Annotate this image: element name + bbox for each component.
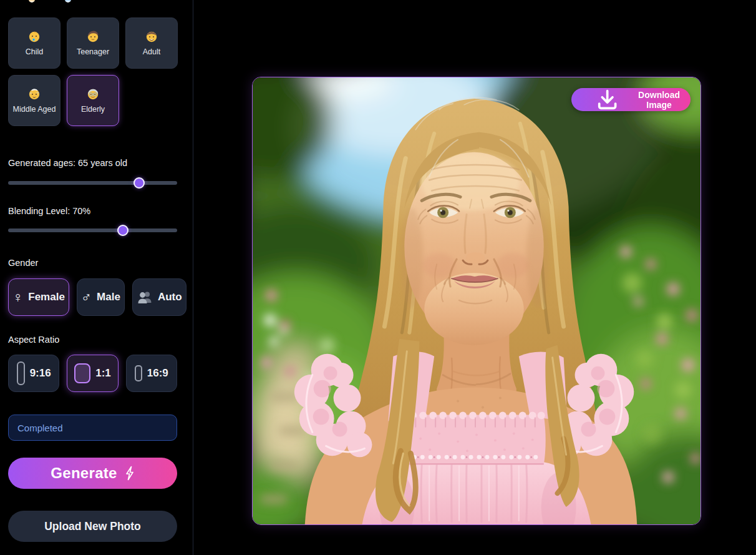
age-option-child[interactable]: Child [8,17,61,69]
sidebar: Child Teenager [0,0,193,555]
age-option-label: Child [26,47,44,57]
age-option-teenager[interactable]: Teenager [67,17,119,69]
female-sign-icon: ♀ [12,290,23,305]
man-emoji [145,29,158,43]
gender-option-label: Auto [158,291,182,303]
gender-option-label: Male [97,291,120,303]
generated-portrait-image [253,77,700,524]
generate-button-label: Generate [51,464,117,482]
aspect-option-9-16[interactable]: 9:16 [8,355,59,392]
baby-emoji [27,29,41,43]
gender-option-auto[interactable]: Auto [132,278,187,316]
landscape-ratio-icon [135,365,142,381]
age-option-label: Middle Aged [13,105,56,115]
gender-section-label: Gender [8,258,38,268]
square-ratio-icon [74,363,90,383]
download-button-label: Download Image [638,90,680,110]
aspect-option-label: 1:1 [95,367,111,380]
aspect-option-label: 9:16 [30,367,51,380]
older-person-emoji [27,87,41,101]
age-range-group: Child Teenager [8,17,178,126]
clipped-header [29,0,71,2]
blend-slider[interactable] [8,228,177,232]
age-option-adult[interactable]: Adult [125,17,178,69]
portrait-ratio-icon [17,361,25,385]
boy-emoji [86,29,100,43]
gender-option-label: Female [28,291,65,303]
age-slider-thumb[interactable] [133,177,145,189]
status-text: Completed [17,423,63,433]
gender-option-male[interactable]: ♂ Male [77,278,125,316]
app-root: Child Teenager [0,0,756,555]
gender-option-female[interactable]: ♀ Female [8,278,69,316]
age-option-label: Adult [143,47,161,57]
clipped-header-icon [29,0,35,2]
blend-slider-label: Blending Level: 70% [8,206,90,216]
blend-slider-thumb[interactable] [117,225,128,236]
people-silhouette-icon [137,290,153,304]
generate-button[interactable]: Generate [8,458,177,489]
aspect-ratio-group: 9:16 1:1 16:9 [8,355,177,392]
download-image-button[interactable]: Download Image [571,88,691,111]
age-option-label: Teenager [77,47,109,57]
age-slider[interactable] [8,181,177,185]
generated-image-card: Download Image [252,77,701,525]
aspect-option-16-9[interactable]: 16:9 [126,355,177,392]
age-option-middle-aged[interactable]: Middle Aged [8,75,61,126]
status-box: Completed [8,415,177,441]
download-icon [582,88,632,111]
main-area: Download Image [193,0,756,555]
aspect-option-label: 16:9 [147,367,168,380]
upload-new-photo-button[interactable]: Upload New Photo [8,511,177,542]
upload-button-label: Upload New Photo [44,520,141,533]
aspect-option-1-1[interactable]: 1:1 [67,355,118,392]
age-option-label: Elderly [81,105,105,115]
age-option-elderly[interactable]: Elderly [67,75,119,126]
lightning-bolt-icon [125,466,135,481]
aspect-ratio-section-label: Aspect Ratio [8,335,59,345]
male-sign-icon: ♂ [81,290,92,305]
old-woman-emoji [86,87,100,101]
age-slider-label: Generated ages: 65 years old [8,158,127,168]
clipped-header-icon [65,0,71,2]
gender-group: ♀ Female ♂ Male Auto [8,278,177,316]
